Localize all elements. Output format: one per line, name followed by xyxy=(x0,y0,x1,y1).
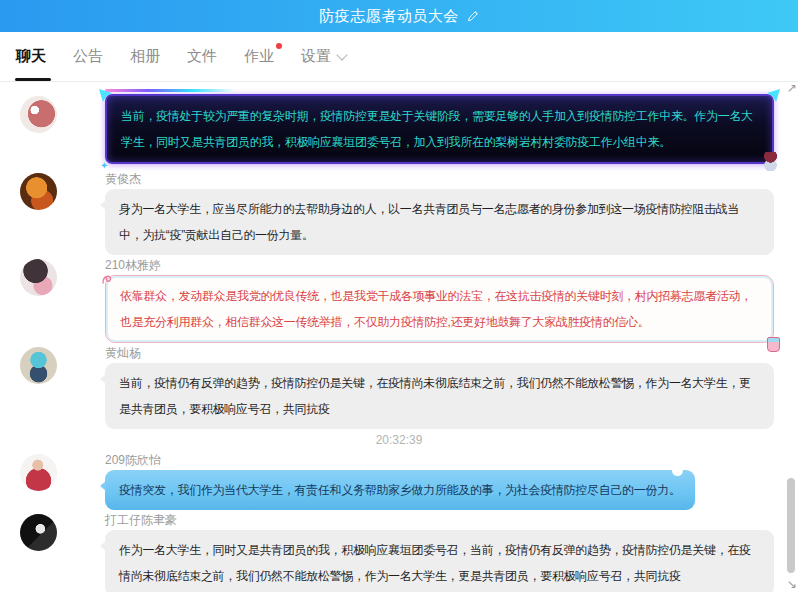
tab-label: 文件 xyxy=(187,47,217,66)
sparkle-icon: ✦ xyxy=(100,161,108,171)
chat-message-row: 当前，疫情处于较为严重的复杂时期，疫情防控更是处于关键阶段，需要足够的人手加入到… xyxy=(0,94,798,164)
chat-message-row: 黄俊杰身为一名大学生，应当尽所能力的去帮助身边的人，以一名共青团员与一名志愿者的… xyxy=(0,171,798,255)
tab-label: 作业 xyxy=(244,47,274,66)
chat-message-row: 209陈欣怡疫情突发，我们作为当代大学生，有责任和义务帮助家乡做力所能及的事，为… xyxy=(0,452,798,510)
user-avatar[interactable] xyxy=(20,173,57,210)
red-dot-badge xyxy=(276,43,282,49)
tab-文件[interactable]: 文件 xyxy=(187,32,217,81)
message-text: 身为一名大学生，应当尽所能力的去帮助身边的人，以一名共青团员与一名志愿者的身份参… xyxy=(119,202,739,242)
message-bubble[interactable]: 依靠群众，发动群众是我党的优良传统，也是我党干成各项事业的法宝，在这抗击疫情的关… xyxy=(105,275,774,343)
group-title: 防疫志愿者动员大会 xyxy=(319,7,459,26)
qq-group-chat-window: 防疫志愿者动员大会 聊天公告相册文件作业设置 当前，疫情处于较为严重的复杂时期，… xyxy=(0,0,798,592)
cloud-bubble-dot xyxy=(672,465,683,476)
sender-name: 打工仔陈聿豪 xyxy=(105,512,774,528)
tab-设置[interactable]: 设置 xyxy=(301,32,346,81)
sender-name: 黄俊杰 xyxy=(105,171,774,187)
window-header: 防疫志愿者动员大会 xyxy=(0,0,798,32)
sender-name: 210林雅婷 xyxy=(105,257,774,273)
tab-label: 相册 xyxy=(130,47,160,66)
message-bubble[interactable]: 当前，疫情处于较为严重的复杂时期，疫情防控更是处于关键阶段，需要足够的人手加入到… xyxy=(105,94,774,164)
curl-ribbon-icon xyxy=(101,268,119,294)
message-timestamp: 20:32:39 xyxy=(0,431,798,449)
tab-作业[interactable]: 作业 xyxy=(244,32,274,81)
scroll-up-arrow-icon[interactable]: ↗ xyxy=(787,82,797,94)
message-bubble[interactable]: 当前，疫情仍有反弹的趋势，疫情防控仍是关键，在疫情尚未彻底结束之前，我们仍然不能… xyxy=(105,363,774,429)
tab-label: 公告 xyxy=(73,47,103,66)
tab-bar: 聊天公告相册文件作业设置 xyxy=(0,32,798,82)
message-text: 依靠群众，发动群众是我党的优良传统，也是我党干成各项事业的法宝，在这抗击疫情的关… xyxy=(120,289,752,329)
tab-label: 设置 xyxy=(301,47,331,66)
message-text: 当前，疫情仍有反弹的趋势，疫情防控仍是关键，在疫情尚未彻底结束之前，我们仍然不能… xyxy=(119,376,751,416)
tab-聊天[interactable]: 聊天 xyxy=(16,32,46,81)
chat-message-row: 打工仔陈聿豪作为一名大学生，同时又是共青团员的我，积极响应襄垣团委号召，当前，疫… xyxy=(0,512,798,592)
message-bubble[interactable]: 疫情突发，我们作为当代大学生，有责任和义务帮助家乡做力所能及的事，为社会疫情防控… xyxy=(105,470,695,510)
tab-公告[interactable]: 公告 xyxy=(73,32,103,81)
message-bubble[interactable]: 身为一名大学生，应当尽所能力的去帮助身边的人，以一名共青团员与一名志愿者的身份参… xyxy=(105,189,774,255)
message-text: 疫情突发，我们作为当代大学生，有责任和义务帮助家乡做力所能及的事，为社会疫情防控… xyxy=(119,483,681,497)
anime-character-sticker xyxy=(763,152,778,171)
edit-title-pencil-icon[interactable] xyxy=(466,10,479,23)
chat-message-row: 黄灿杨当前，疫情仍有反弹的趋势，疫情防控仍是关键，在疫情尚未彻底结束之前，我们仍… xyxy=(0,345,798,429)
user-avatar[interactable] xyxy=(20,347,57,384)
message-text: 当前，疫情处于较为严重的复杂时期，疫情防控更是处于关键阶段，需要足够的人手加入到… xyxy=(121,109,753,149)
gradient-strip-decoration xyxy=(105,89,235,92)
user-avatar[interactable] xyxy=(20,514,57,551)
message-text: 作为一名大学生，同时又是共青团员的我，积极响应襄垣团委号召，当前，疫情仍有反弹的… xyxy=(119,543,751,583)
chat-message-row: 210林雅婷依靠群众，发动群众是我党的优良传统，也是我党干成各项事业的法宝，在这… xyxy=(0,257,798,343)
sender-name: 黄灿杨 xyxy=(105,345,774,361)
user-avatar[interactable] xyxy=(20,259,57,296)
corner-arrow-icon xyxy=(767,89,780,102)
chat-message-list: 当前，疫情处于较为严重的复杂时期，疫情防控更是处于关键阶段，需要足够的人手加入到… xyxy=(0,82,798,592)
scrollbar-thumb[interactable] xyxy=(787,478,795,573)
chevron-down-icon xyxy=(336,49,347,60)
message-bubble[interactable]: 作为一名大学生，同时又是共青团员的我，积极响应襄垣团委号召，当前，疫情仍有反弹的… xyxy=(105,530,774,592)
tab-相册[interactable]: 相册 xyxy=(130,32,160,81)
scroll-down-arrow-icon[interactable]: ↘ xyxy=(787,578,797,590)
user-avatar[interactable] xyxy=(20,96,57,133)
tab-label: 聊天 xyxy=(16,47,46,66)
user-avatar[interactable] xyxy=(20,454,57,491)
